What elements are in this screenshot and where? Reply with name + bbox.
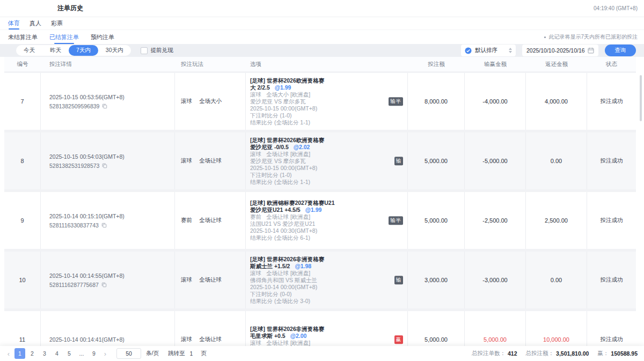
bet-detail-cell: 2025-10-14 00:15:10(GMT+8) 5281116330837… (41, 192, 175, 249)
jump-to-label: 跳转至 (168, 350, 185, 357)
copy-icon[interactable] (101, 282, 107, 288)
result-badge: 输半 (389, 216, 403, 225)
cashout-filter: 提前兑现 (141, 47, 173, 54)
total-stake-label: 总投注额： (526, 350, 554, 357)
cashout-checkbox[interactable] (141, 47, 148, 54)
row-number: 8 (4, 132, 41, 189)
bet-detail-cell: 2025-10-15 00:54:03(GMT+8) 5281382531928… (41, 132, 175, 189)
tab-lottery[interactable]: 彩票 (51, 17, 63, 30)
bullet-dot-icon (544, 36, 546, 38)
copy-icon[interactable] (102, 163, 107, 168)
tab-reserved[interactable]: 预约注单 (91, 30, 114, 44)
filter-yesterday[interactable]: 昨天 (42, 45, 69, 56)
play-name: 全场让球 (199, 336, 222, 343)
bet-time: 2025-10-15 00:54:03(GMT+8) (49, 153, 174, 160)
stake-amount: 8,000.00 (408, 73, 465, 130)
play-type: 滚球 (181, 336, 192, 343)
option-cell: [足球] 欧洲锦标赛2027资格赛U21 爱沙尼亚U21 +4.5/5 @1.9… (246, 192, 408, 249)
col-status: 状态 (587, 61, 636, 68)
col-play: 投注玩法 (175, 61, 246, 68)
score-at-bet: 下注时比分 (1-0) (250, 172, 391, 179)
row-number: 9 (4, 192, 41, 249)
stake-amount: 3,000.00 (408, 252, 465, 308)
col-option: 选项 (246, 61, 408, 68)
page-button[interactable]: 3 (39, 348, 50, 359)
play-type: 滚球 (181, 98, 192, 105)
top-bar: 注单历史 04:19:40 (GMT+8) (0, 0, 644, 17)
page-size-input[interactable] (116, 348, 141, 359)
pick-line: 毛里求斯 +0.5 @2.00 (250, 333, 391, 340)
filter-today[interactable]: 今天 (16, 45, 42, 56)
result-badge: 赢 (394, 335, 404, 344)
winloss-amount: -2,500.00 (465, 192, 526, 249)
col-detail: 投注详情 (41, 61, 175, 68)
page-title: 注单历史 (57, 4, 83, 13)
page-button[interactable]: 2 (27, 348, 38, 359)
market-line: 滚球 全场大小 [欧洲盘] (250, 91, 391, 98)
bet-time: 2025-10-14 00:14:55(GMT+8) (49, 272, 174, 279)
tab-settled[interactable]: 已结算注单 (49, 30, 79, 44)
odds: @1.98 (295, 263, 311, 270)
returned-amount: 0.00 (526, 132, 587, 189)
match-teams: 佛得角共和国 VS 斯威士兰 (250, 277, 391, 284)
sort-arrows-icon (509, 48, 512, 53)
page-button[interactable]: 5 (64, 348, 75, 359)
market-line: 滚球 全场让球 [欧洲盘] (250, 151, 391, 158)
page-button[interactable]: 4 (52, 348, 62, 359)
winloss-amount: -3,000.00 (465, 252, 526, 308)
play-type: 滚球 (181, 276, 192, 284)
tab-live[interactable]: 真人 (30, 17, 41, 30)
tab-sports[interactable]: 体育 (8, 17, 20, 30)
chevron-right-icon[interactable]: › (101, 348, 109, 359)
copy-icon[interactable] (101, 223, 107, 228)
row-number: 7 (4, 73, 41, 130)
page-ellipsis[interactable]: ... (76, 348, 87, 359)
tab-unsettled[interactable]: 未结算注单 (8, 30, 38, 44)
page-button[interactable]: 9 (89, 348, 99, 359)
sort-select[interactable]: 默认排序 (461, 45, 516, 56)
result-score: 结果比分 (全场比分 1-1) (250, 179, 391, 186)
match-time: 2025-10-14 00:00(GMT+8) (250, 284, 391, 291)
returned-amount: 2,500.00 (526, 192, 587, 249)
stake-amount: 5,000.00 (408, 132, 465, 189)
date-range-picker[interactable]: 2025/10/10-2025/10/16 (522, 45, 598, 56)
match-teams: 法国U21 VS 爱沙尼亚U21 (250, 220, 391, 227)
date-quick-filter: 今天 昨天 7天内 30天内 (16, 45, 131, 56)
match-teams: 爱沙尼亚 VS 摩尔多瓦 (250, 98, 391, 105)
per-page-label: 条/页 (146, 350, 159, 357)
status-text: 投注成功 (587, 192, 636, 249)
option-cell: [足球] 世界杯2026非洲资格赛 斯威士兰 +1.5/2 @1.98 滚球 全… (246, 252, 408, 308)
query-button[interactable]: 查询 (605, 45, 636, 56)
market-phase: 赛前 (250, 213, 261, 220)
page-unit-label: 页 (201, 350, 207, 357)
table-scrollbar[interactable] (640, 75, 642, 121)
total-win-label: 赢： (597, 350, 609, 357)
chevron-left-icon[interactable]: ‹ (4, 348, 13, 359)
odds: @2.00 (290, 333, 307, 340)
date-range-value: 2025/10/10-2025/10/16 (526, 47, 585, 54)
play-cell: 滚球 全场让球 (175, 132, 246, 189)
result-score: 结果比分 (全场比分 3-0) (250, 298, 391, 305)
market-phase: 滚球 (250, 151, 261, 158)
filter-30days[interactable]: 30天内 (98, 45, 131, 56)
pick: 爱沙尼亚U21 +4.5/5 (250, 207, 301, 213)
page-button[interactable]: 1 (14, 348, 25, 359)
filter-right-controls: 默认排序 2025/10/10-2025/10/16 查询 (461, 45, 636, 56)
result-score: 结果比分 (全场比分 1-1) (250, 119, 391, 126)
match-time: 2025-10-14 00:30(GMT+8) (250, 227, 391, 234)
total-count-value: 412 (508, 350, 517, 357)
pick-line: 爱沙尼亚U21 +4.5/5 @1.99 (250, 207, 391, 213)
result-badge: 输半 (389, 97, 403, 106)
filter-7days[interactable]: 7天内 (69, 45, 98, 56)
play-cell: 滚球 全场让球 (175, 252, 246, 308)
league-name: [足球] 欧洲锦标赛2027资格赛U21 (250, 200, 391, 207)
score-at-bet: 下注时比分 (1-0) (250, 112, 391, 119)
play-type: 赛前 (181, 217, 192, 224)
jump-page-value[interactable]: 1 (189, 350, 193, 357)
bet-id-line: 5281116330837743 (49, 222, 174, 229)
copy-icon[interactable] (102, 104, 107, 109)
bet-id-line: 5281382531928573 (49, 163, 174, 169)
cashout-label: 提前兑现 (151, 47, 173, 54)
play-name: 全场让球 (199, 157, 222, 165)
bet-table: 编号 投注详情 投注玩法 选项 投注额 输赢金额 返还金额 状态 7 2025-… (4, 57, 636, 361)
